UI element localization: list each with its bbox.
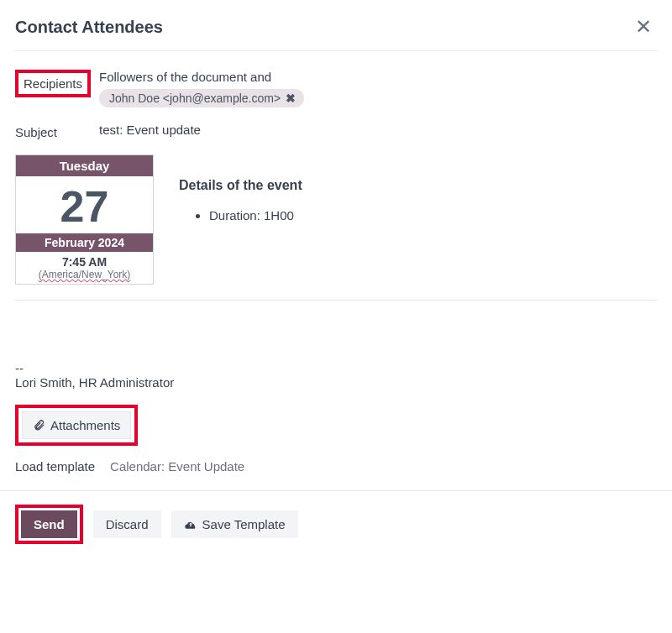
calendar-day: 27 [16, 176, 153, 233]
event-details: Details of the event Duration: 1H00 [179, 154, 302, 285]
event-duration: Duration: 1H00 [209, 208, 302, 222]
recipients-label: Recipients [15, 70, 91, 97]
event-body: Tuesday 27 February 2024 7:45 AM (Americ… [15, 154, 657, 285]
send-button[interactable]: Send [21, 510, 77, 538]
load-template-row: Load template Calendar: Event Update [15, 459, 657, 473]
calendar-month-year: February 2024 [16, 233, 153, 252]
dialog-header: Contact Attendees ✕ [15, 15, 657, 51]
recipients-row: Recipients Followers of the document and… [15, 70, 657, 107]
subject-label: Subject [15, 123, 99, 139]
attachments-label: Attachments [50, 418, 120, 432]
load-template-label: Load template [15, 459, 95, 473]
load-template-value[interactable]: Calendar: Event Update [110, 459, 244, 473]
separator [15, 300, 657, 301]
recipient-tag[interactable]: John Doe <john@example.com> ✖ [99, 89, 304, 107]
recipients-intro: Followers of the document and [99, 70, 657, 84]
calendar-weekday: Tuesday [16, 155, 153, 176]
signature-line: Lori Smith, HR Administrator [15, 375, 657, 390]
subject-value[interactable]: test: Event update [99, 123, 657, 137]
discard-button[interactable]: Discard [93, 510, 161, 538]
calendar-timezone: (America/New_York) [16, 269, 153, 284]
paperclip-icon [33, 419, 45, 432]
send-highlight: Send [15, 505, 83, 544]
event-heading: Details of the event [179, 178, 302, 193]
attachments-button[interactable]: Attachments [22, 411, 131, 439]
save-template-label: Save Template [202, 517, 286, 531]
subject-row: Subject test: Event update [15, 123, 657, 139]
cloud-upload-icon [184, 519, 197, 530]
dialog-title: Contact Attendees [15, 18, 163, 37]
save-template-button[interactable]: Save Template [171, 510, 298, 538]
signature-dashes: -- [15, 361, 657, 375]
calendar-time: 7:45 AM [16, 252, 153, 269]
calendar-card: Tuesday 27 February 2024 7:45 AM (Americ… [15, 154, 154, 285]
dialog-footer: Send Discard Save Template [0, 490, 672, 557]
recipient-tag-text: John Doe <john@example.com> [109, 92, 281, 105]
close-icon[interactable]: ✕ [630, 15, 657, 39]
attachments-highlight: Attachments [15, 405, 138, 446]
signature: -- Lori Smith, HR Administrator [15, 361, 657, 390]
recipient-remove-icon[interactable]: ✖ [286, 92, 296, 105]
